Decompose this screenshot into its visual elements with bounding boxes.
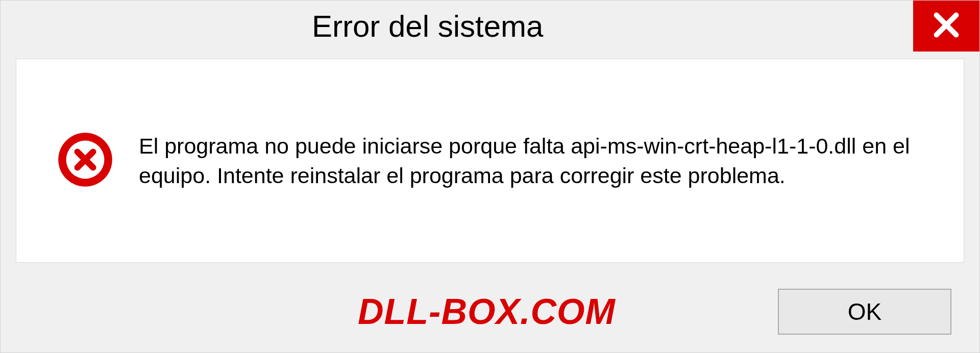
close-button[interactable] [913,1,979,52]
close-icon [932,10,961,42]
dialog-footer: DLL-BOX.COM OK [1,271,979,352]
content-panel: El programa no puede iniciarse porque fa… [16,59,964,263]
watermark-text: DLL-BOX.COM [358,291,616,332]
error-dialog: Error del sistema El programa no puede i… [0,0,980,353]
titlebar: Error del sistema [1,1,979,52]
ok-button[interactable]: OK [778,289,951,335]
ok-button-label: OK [848,298,881,325]
dialog-title: Error del sistema [312,9,543,44]
error-icon [57,132,113,190]
error-message: El programa no puede iniciarse porque fa… [139,131,915,190]
